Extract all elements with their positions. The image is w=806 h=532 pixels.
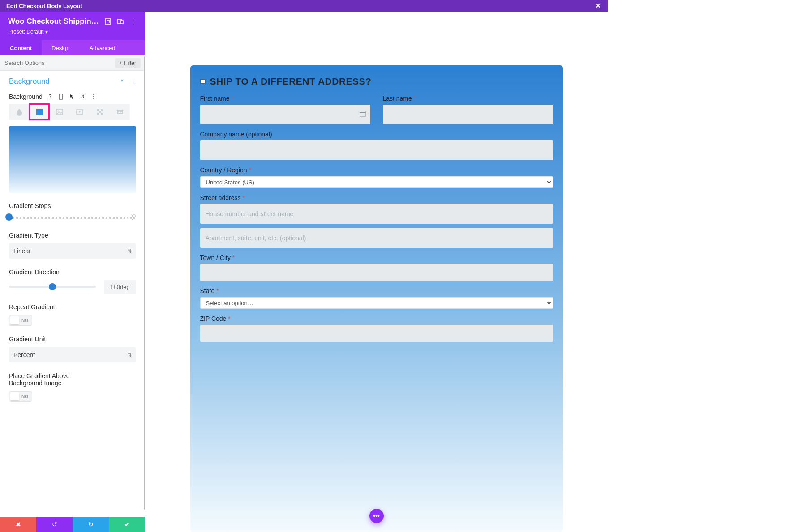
country-label: Country / Region * bbox=[200, 166, 553, 174]
search-row: +Filter bbox=[0, 55, 145, 71]
panel-body: Background ⌃ ⋮ Background ? ↺ ⋮ Gradient… bbox=[0, 71, 145, 532]
module-header: Woo Checkout Shipping Set... ⋮ Preset: D… bbox=[0, 12, 145, 40]
gradient-type-label: Gradient Type bbox=[9, 232, 136, 239]
repeat-gradient-label: Repeat Gradient bbox=[9, 303, 136, 311]
help-icon[interactable]: ? bbox=[47, 94, 53, 100]
svg-rect-12 bbox=[101, 113, 103, 115]
section-title[interactable]: Background bbox=[9, 77, 50, 86]
svg-rect-3 bbox=[59, 94, 63, 99]
discard-button[interactable]: ✖ bbox=[0, 517, 36, 532]
plus-icon: + bbox=[119, 60, 122, 66]
hover-icon[interactable] bbox=[69, 94, 75, 100]
gradient-stops-label: Gradient Stops bbox=[9, 202, 136, 209]
topbar: Edit Checkout Body Layout ✕ bbox=[0, 0, 608, 12]
bg-tab-image[interactable] bbox=[49, 104, 69, 120]
builder-fab-button[interactable]: ••• bbox=[369, 509, 384, 523]
svg-rect-9 bbox=[101, 109, 103, 111]
field-more-icon[interactable]: ⋮ bbox=[90, 94, 96, 100]
more-icon[interactable]: ⋮ bbox=[129, 17, 137, 26]
svg-rect-8 bbox=[97, 109, 99, 111]
svg-rect-10 bbox=[99, 111, 101, 113]
search-input[interactable] bbox=[4, 60, 115, 66]
gradient-type-select[interactable]: Linear bbox=[9, 243, 136, 259]
section-more-icon[interactable]: ⋮ bbox=[130, 78, 136, 85]
street-input-1[interactable] bbox=[200, 204, 553, 224]
zip-label: ZIP Code * bbox=[200, 315, 553, 322]
svg-rect-2 bbox=[120, 21, 123, 24]
close-icon[interactable]: ✕ bbox=[595, 1, 601, 11]
repeat-gradient-toggle[interactable]: NO bbox=[9, 315, 32, 326]
gradient-preview[interactable] bbox=[9, 126, 136, 193]
undo-button[interactable]: ↺ bbox=[36, 517, 73, 532]
city-label: Town / City * bbox=[200, 254, 553, 261]
tab-advanced[interactable]: Advanced bbox=[80, 40, 125, 55]
redo-button[interactable]: ↻ bbox=[73, 517, 109, 532]
gradient-above-toggle[interactable]: NO bbox=[9, 391, 32, 402]
gradient-stops-end-icon[interactable] bbox=[130, 214, 136, 220]
bg-tab-gradient[interactable] bbox=[29, 104, 49, 120]
svg-rect-11 bbox=[97, 113, 99, 115]
ship-different-checkbox[interactable] bbox=[200, 79, 206, 84]
device-icon[interactable] bbox=[58, 94, 64, 100]
required-icon: * bbox=[232, 95, 234, 102]
last-name-label: Last name * bbox=[383, 95, 553, 102]
background-label: Background bbox=[9, 93, 43, 100]
topbar-title: Edit Checkout Body Layout bbox=[6, 3, 82, 9]
settings-tabs: Content Design Advanced bbox=[0, 40, 145, 55]
responsive-icon[interactable] bbox=[116, 17, 124, 26]
preview-canvas: SHIP TO A DIFFERENT ADDRESS? First name … bbox=[145, 12, 608, 532]
gradient-direction-slider[interactable] bbox=[9, 286, 96, 288]
svg-point-6 bbox=[57, 111, 59, 112]
city-input[interactable] bbox=[200, 264, 553, 281]
country-select[interactable]: United States (US) bbox=[200, 176, 553, 188]
bg-tab-video[interactable] bbox=[69, 104, 90, 120]
gradient-stop-handle[interactable] bbox=[5, 213, 13, 221]
autofill-icon[interactable] bbox=[360, 111, 366, 118]
state-label: State * bbox=[200, 287, 553, 294]
checkout-shipping-module: SHIP TO A DIFFERENT ADDRESS? First name … bbox=[190, 65, 563, 532]
background-type-tabs bbox=[9, 104, 136, 120]
gradient-above-label: Place Gradient Above Background Image bbox=[9, 372, 85, 387]
gradient-direction-label: Gradient Direction bbox=[9, 268, 136, 276]
ship-heading: SHIP TO A DIFFERENT ADDRESS? bbox=[210, 76, 372, 87]
gradient-stops-track[interactable] bbox=[9, 214, 136, 220]
tab-design[interactable]: Design bbox=[42, 40, 79, 55]
company-label: Company name (optional) bbox=[200, 131, 553, 138]
zip-input[interactable] bbox=[200, 325, 553, 342]
preset-dropdown[interactable]: Preset: Default bbox=[8, 29, 137, 35]
company-input[interactable] bbox=[200, 140, 553, 160]
module-title: Woo Checkout Shipping Set... bbox=[8, 17, 99, 26]
reset-icon[interactable]: ↺ bbox=[79, 94, 86, 100]
filter-button[interactable]: +Filter bbox=[115, 58, 141, 68]
gradient-direction-value[interactable] bbox=[104, 280, 136, 294]
street-input-2[interactable] bbox=[200, 228, 553, 248]
first-name-label: First name * bbox=[200, 95, 370, 102]
street-label: Street address * bbox=[200, 194, 553, 201]
last-name-input[interactable] bbox=[383, 105, 553, 124]
bg-tab-color[interactable] bbox=[9, 104, 29, 120]
first-name-input[interactable] bbox=[200, 105, 370, 124]
settings-sidebar: Woo Checkout Shipping Set... ⋮ Preset: D… bbox=[0, 12, 145, 532]
save-button[interactable]: ✔ bbox=[109, 517, 145, 532]
slider-handle[interactable] bbox=[49, 283, 56, 290]
expand-icon[interactable] bbox=[104, 17, 112, 26]
chevron-up-icon[interactable]: ⌃ bbox=[120, 78, 124, 85]
svg-rect-0 bbox=[105, 19, 111, 24]
gradient-unit-label: Gradient Unit bbox=[9, 336, 136, 343]
tab-content[interactable]: Content bbox=[0, 40, 42, 55]
footer-bar: ✖ ↺ ↻ ✔ bbox=[0, 517, 145, 532]
gradient-unit-select[interactable]: Percent bbox=[9, 347, 136, 362]
state-select[interactable]: Select an option… bbox=[200, 297, 553, 309]
bg-tab-mask[interactable] bbox=[110, 104, 130, 120]
svg-rect-13 bbox=[117, 110, 123, 114]
bg-tab-pattern[interactable] bbox=[90, 104, 110, 120]
